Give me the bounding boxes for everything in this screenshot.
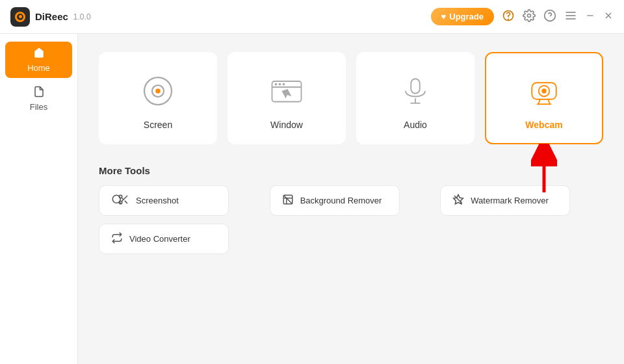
sidebar: Home Files xyxy=(0,34,78,364)
svg-point-18 xyxy=(283,83,285,86)
tool-card-audio[interactable]: Audio xyxy=(356,52,474,144)
audio-label: Audio xyxy=(404,120,427,130)
app-name: DiReec xyxy=(35,11,68,22)
app-logo-ring xyxy=(15,12,25,22)
tool-card-screen[interactable]: Screen xyxy=(99,52,217,144)
svg-point-24 xyxy=(541,88,547,94)
svg-line-33 xyxy=(125,201,127,203)
content-area: Screen Window xyxy=(78,34,624,364)
window-label: Window xyxy=(270,120,303,130)
minimize-icon[interactable] xyxy=(585,10,595,23)
svg-point-1 xyxy=(508,19,509,20)
more-tools-title: More Tools xyxy=(99,165,603,176)
app-version: 1.0.0 xyxy=(73,12,91,21)
webcam-icon xyxy=(525,72,564,110)
help-icon[interactable] xyxy=(543,9,556,24)
main-layout: Home Files Screen xyxy=(0,34,624,364)
title-bar-right: ♥ Upgrade xyxy=(431,8,614,25)
home-icon xyxy=(33,47,45,60)
svg-point-16 xyxy=(275,83,278,86)
screen-label: Screen xyxy=(144,120,172,130)
settings-icon[interactable] xyxy=(523,9,536,24)
webcam-label: Webcam xyxy=(525,120,562,130)
watermark-icon xyxy=(452,194,464,207)
upgrade-heart-icon: ♥ xyxy=(441,12,447,21)
app-logo-dot xyxy=(19,15,22,18)
more-tool-video-converter[interactable]: Video Converter xyxy=(99,224,229,254)
more-tools-section: More Tools xyxy=(99,165,603,254)
screen-icon xyxy=(138,72,177,110)
tokens-icon[interactable] xyxy=(502,9,515,24)
tool-card-webcam[interactable]: Webcam xyxy=(485,52,603,144)
svg-point-17 xyxy=(279,83,281,86)
more-tools-grid: Screenshot Background Remover xyxy=(99,185,603,254)
more-tool-bg-remover[interactable]: Background Remover xyxy=(270,185,400,216)
close-icon[interactable] xyxy=(603,10,614,23)
bg-remove-icon xyxy=(282,194,294,207)
menu-icon[interactable] xyxy=(564,9,577,24)
tools-grid: Screen Window xyxy=(99,52,603,144)
sidebar-item-home[interactable]: Home xyxy=(5,42,72,78)
svg-line-34 xyxy=(122,198,124,200)
title-bar-left: DiReec 1.0.0 xyxy=(10,7,91,27)
video-converter-label: Video Converter xyxy=(129,234,190,244)
upgrade-button[interactable]: ♥ Upgrade xyxy=(431,8,494,25)
sidebar-item-files[interactable]: Files xyxy=(5,81,72,117)
sidebar-files-label: Files xyxy=(30,102,47,112)
title-bar: DiReec 1.0.0 ♥ Upgrade xyxy=(0,0,624,34)
app-logo xyxy=(10,7,30,27)
svg-point-13 xyxy=(155,88,161,94)
upgrade-label: Upgrade xyxy=(449,12,484,21)
bg-remover-label: Background Remover xyxy=(300,196,382,205)
window-icon xyxy=(267,72,306,110)
screenshot-label: Screenshot xyxy=(136,196,179,205)
sidebar-home-label: Home xyxy=(27,63,50,73)
tool-card-window[interactable]: Window xyxy=(228,52,346,144)
svg-rect-19 xyxy=(411,79,420,94)
svg-point-31 xyxy=(119,201,122,204)
convert-icon xyxy=(111,232,123,246)
audio-icon xyxy=(396,72,435,110)
files-icon xyxy=(33,86,45,99)
selection-arrow xyxy=(531,144,557,198)
svg-line-36 xyxy=(283,195,292,204)
svg-point-30 xyxy=(119,195,122,198)
screenshot-icon-scissors xyxy=(118,194,129,207)
more-tool-screenshot[interactable]: Screenshot xyxy=(99,185,229,216)
svg-point-2 xyxy=(528,14,531,18)
